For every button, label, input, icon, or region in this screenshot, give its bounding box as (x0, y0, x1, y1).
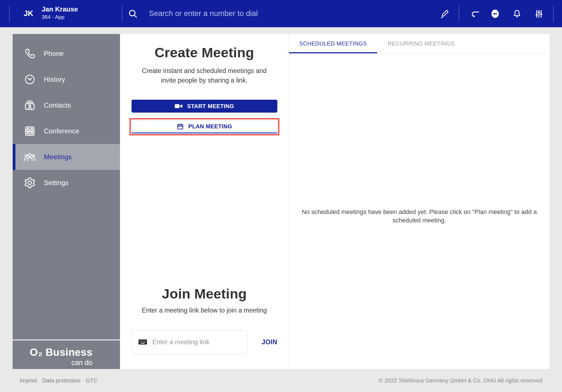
search-icon (126, 7, 139, 20)
keyboard-icon (138, 339, 147, 345)
topbar-actions (439, 0, 554, 27)
sidebar-item-label: History (44, 76, 65, 83)
footer-link-imprint[interactable]: Imprint (20, 377, 37, 384)
sidebar-item-label: Conference (44, 127, 79, 135)
plan-meeting-label: PLAN MEETING (188, 123, 232, 130)
sidebar-item-history[interactable]: History (13, 67, 120, 92)
search-input[interactable]: Search or enter a number to dial (126, 0, 323, 27)
footer: Imprint Data protection GTC © 2022 Telef… (0, 369, 562, 392)
user-info[interactable]: Jan Krause 384 - App (42, 5, 78, 21)
app-window: JK Jan Krause 384 - App Search or enter … (0, 0, 562, 392)
history-icon (23, 73, 36, 86)
sidebar-item-meetings[interactable]: Meetings (13, 144, 120, 170)
top-bar: JK Jan Krause 384 - App Search or enter … (0, 0, 562, 27)
meeting-link-field[interactable] (131, 330, 248, 354)
conference-icon (23, 125, 36, 138)
plan-meeting-button[interactable]: PLAN MEETING (132, 120, 277, 133)
tab-label: SCHEDULED MEETINGS (299, 40, 367, 47)
empty-state-message: No scheduled meetings have been added ye… (301, 208, 538, 225)
sidebar-item-label: Contacts (44, 101, 71, 109)
settings-icon (23, 176, 36, 189)
tab-recurring-meetings[interactable]: RECURRING MEETINGS (377, 34, 465, 53)
brand-tagline: can do (13, 359, 92, 367)
plan-meeting-highlight: PLAN MEETING (130, 118, 279, 135)
meetings-tabs: SCHEDULED MEETINGS RECURRING MEETINGS (289, 34, 550, 53)
sidebar-item-label: Meetings (44, 153, 72, 161)
do-not-disturb-icon[interactable] (490, 8, 500, 19)
start-meeting-button[interactable]: START MEETING (132, 100, 277, 113)
phone-icon (23, 47, 36, 60)
footer-links: Imprint Data protection GTC (20, 377, 98, 384)
calendar-icon (176, 123, 184, 130)
footer-link-gtc[interactable]: GTC (86, 377, 98, 384)
create-meeting-section: Create Meeting Create instant and schedu… (120, 34, 289, 369)
sidebar-item-conference[interactable]: Conference (13, 118, 120, 144)
tab-scheduled-meetings[interactable]: SCHEDULED MEETINGS (289, 34, 377, 53)
search-placeholder: Search or enter a number to dial (149, 9, 258, 18)
sidebar-item-contacts[interactable]: Contacts (13, 92, 120, 118)
join-meeting-title: Join Meeting (120, 286, 289, 302)
tab-label: RECURRING MEETINGS (388, 40, 455, 47)
brand-logo: O₂ Business can do (13, 339, 120, 369)
join-meeting-description: Enter a meeting link below to join a mee… (120, 307, 289, 314)
meeting-link-input[interactable] (152, 338, 241, 346)
main-panel: Create Meeting Create instant and schedu… (120, 34, 550, 369)
contacts-icon (23, 99, 36, 112)
create-meeting-description: Create instant and scheduled meetings an… (135, 66, 273, 85)
meetings-icon (23, 151, 36, 163)
sidebar-item-label: Phone (44, 50, 64, 58)
sliders-icon[interactable] (534, 8, 544, 19)
join-button[interactable]: JOIN (262, 338, 277, 346)
topbar-divider (9, 6, 10, 22)
copyright-text: © 2022 Telefónica Germany GmbH & Co. OHG… (379, 377, 542, 384)
user-extension: 384 - App (42, 13, 78, 21)
video-camera-icon (175, 103, 183, 109)
join-meeting-row: JOIN (120, 330, 289, 354)
topbar-divider (553, 6, 554, 22)
footer-link-data-protection[interactable]: Data protection (42, 377, 80, 384)
call-pull-icon[interactable] (469, 8, 480, 19)
sidebar-item-phone[interactable]: Phone (13, 41, 120, 67)
create-meeting-title: Create Meeting (120, 45, 289, 60)
topbar-divider (459, 6, 459, 22)
user-name: Jan Krause (42, 5, 78, 13)
pencil-icon[interactable] (439, 8, 450, 19)
avatar[interactable]: JK (24, 9, 33, 18)
meetings-list-panel: SCHEDULED MEETINGS RECURRING MEETINGS No… (289, 34, 550, 369)
sidebar-item-label: Settings (44, 179, 69, 187)
topbar-divider (122, 6, 122, 22)
sidebar-item-settings[interactable]: Settings (13, 170, 120, 196)
brand-logo-text: O₂ Business (13, 347, 92, 358)
bell-icon[interactable] (512, 8, 522, 19)
sidebar: Phone History Contacts (13, 34, 120, 339)
start-meeting-label: START MEETING (187, 103, 234, 110)
